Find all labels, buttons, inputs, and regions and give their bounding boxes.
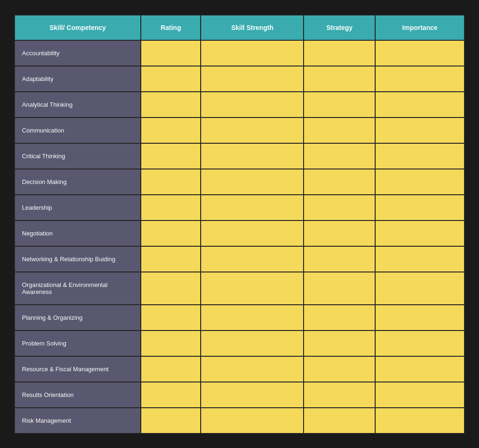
strength-cell <box>201 195 304 220</box>
strategy-cell <box>304 382 375 408</box>
header-skill: Skill/ Competency <box>15 15 141 40</box>
rating-cell <box>141 220 201 246</box>
strategy-cell <box>304 305 375 330</box>
strategy-cell <box>304 40 375 66</box>
strength-cell <box>201 246 304 272</box>
importance-cell <box>375 118 464 143</box>
skill-cell: Results Orientation <box>15 382 141 408</box>
table-row: Results Orientation <box>15 382 464 408</box>
strength-cell <box>201 143 304 169</box>
table-row: Adaptability <box>15 66 464 92</box>
strength-cell <box>201 408 304 433</box>
header-strength: Skill Strength <box>201 15 304 40</box>
rating-cell <box>141 356 201 382</box>
table-row: Organizational & Environmental Awareness <box>15 272 464 305</box>
strength-cell <box>201 220 304 246</box>
rating-cell <box>141 195 201 220</box>
rating-cell <box>141 305 201 330</box>
rating-cell <box>141 40 201 66</box>
importance-cell <box>375 40 464 66</box>
table-row: Resource & Fiscal Management <box>15 356 464 382</box>
rating-cell <box>141 272 201 305</box>
importance-cell <box>375 143 464 169</box>
skill-cell: Planning & Organizing <box>15 305 141 330</box>
strategy-cell <box>304 408 375 433</box>
table-row: Problem Solving <box>15 330 464 356</box>
skill-cell: Resource & Fiscal Management <box>15 356 141 382</box>
skill-cell: Adaptability <box>15 66 141 92</box>
header-row: Skill/ Competency Rating Skill Strength … <box>15 15 464 40</box>
rating-cell <box>141 169 201 195</box>
table-row: Decision Making <box>15 169 464 195</box>
importance-cell <box>375 195 464 220</box>
header-importance: Importance <box>375 15 464 40</box>
strength-cell <box>201 169 304 195</box>
strength-cell <box>201 40 304 66</box>
rating-cell <box>141 330 201 356</box>
skill-cell: Analytical Thinking <box>15 92 141 118</box>
table-row: Communication <box>15 118 464 143</box>
table-row: Negotiation <box>15 220 464 246</box>
strength-cell <box>201 305 304 330</box>
strength-cell <box>201 330 304 356</box>
table-row: Leadership <box>15 195 464 220</box>
rating-cell <box>141 246 201 272</box>
importance-cell <box>375 382 464 408</box>
importance-cell <box>375 220 464 246</box>
skill-cell: Decision Making <box>15 169 141 195</box>
strategy-cell <box>304 66 375 92</box>
strength-cell <box>201 272 304 305</box>
table-row: Networking & Relationship Buiding <box>15 246 464 272</box>
strength-cell <box>201 356 304 382</box>
strategy-cell <box>304 143 375 169</box>
importance-cell <box>375 246 464 272</box>
skill-cell: Risk Management <box>15 408 141 433</box>
importance-cell <box>375 408 464 433</box>
strategy-cell <box>304 330 375 356</box>
strategy-cell <box>304 246 375 272</box>
importance-cell <box>375 272 464 305</box>
table-wrapper: Skill/ Competency Rating Skill Strength … <box>9 10 470 439</box>
skill-cell: Networking & Relationship Buiding <box>15 246 141 272</box>
header-rating: Rating <box>141 15 201 40</box>
rating-cell <box>141 66 201 92</box>
skill-cell: Communication <box>15 118 141 143</box>
strategy-cell <box>304 92 375 118</box>
strategy-cell <box>304 220 375 246</box>
importance-cell <box>375 356 464 382</box>
strength-cell <box>201 118 304 143</box>
strength-cell <box>201 382 304 408</box>
skill-cell: Accountability <box>15 40 141 66</box>
skill-cell: Problem Solving <box>15 330 141 356</box>
strategy-cell <box>304 195 375 220</box>
skill-cell: Negotiation <box>15 220 141 246</box>
table-row: Analytical Thinking <box>15 92 464 118</box>
strength-cell <box>201 66 304 92</box>
table-row: Critical Thinking <box>15 143 464 169</box>
competency-table: Skill/ Competency Rating Skill Strength … <box>14 15 465 434</box>
table-row: Risk Management <box>15 408 464 433</box>
rating-cell <box>141 118 201 143</box>
skill-cell: Leadership <box>15 195 141 220</box>
strategy-cell <box>304 272 375 305</box>
rating-cell <box>141 92 201 118</box>
importance-cell <box>375 330 464 356</box>
header-strategy: Strategy <box>304 15 375 40</box>
rating-cell <box>141 382 201 408</box>
rating-cell <box>141 408 201 433</box>
importance-cell <box>375 92 464 118</box>
strategy-cell <box>304 169 375 195</box>
importance-cell <box>375 169 464 195</box>
skill-cell: Critical Thinking <box>15 143 141 169</box>
rating-cell <box>141 143 201 169</box>
importance-cell <box>375 66 464 92</box>
strategy-cell <box>304 118 375 143</box>
importance-cell <box>375 305 464 330</box>
table-row: Accountability <box>15 40 464 66</box>
strength-cell <box>201 92 304 118</box>
skill-cell: Organizational & Environmental Awareness <box>15 272 141 305</box>
strategy-cell <box>304 356 375 382</box>
table-row: Planning & Organizing <box>15 305 464 330</box>
